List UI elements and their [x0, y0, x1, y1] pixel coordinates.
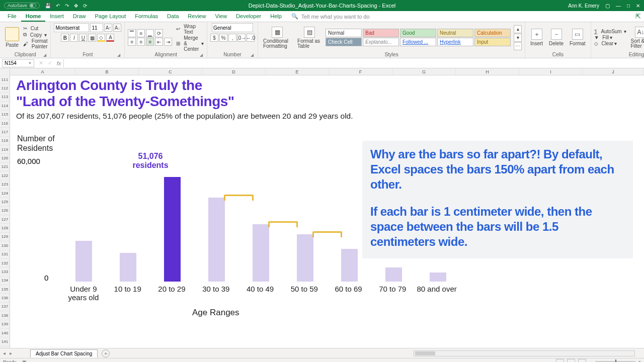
- styles-scroll-down-icon[interactable]: ▾: [514, 34, 522, 42]
- autosum-button[interactable]: ∑ AutoSum ▾: [594, 29, 627, 34]
- cut-button[interactable]: ✂ Cut: [23, 26, 47, 31]
- italic-button[interactable]: I: [70, 34, 78, 42]
- row-header[interactable]: 140: [0, 329, 10, 337]
- cell-style-hyperlink[interactable]: Hyperlink: [437, 38, 473, 46]
- page-layout-view-icon[interactable]: [567, 359, 575, 363]
- format-as-table-button[interactable]: ▤Format as Table: [295, 26, 324, 50]
- insert-cells-button[interactable]: ＋Insert: [528, 28, 545, 47]
- align-middle-icon[interactable]: ≡: [137, 29, 145, 37]
- orientation-icon[interactable]: ⟳: [155, 29, 163, 37]
- tab-help[interactable]: Help: [266, 12, 286, 22]
- refresh-icon[interactable]: ⟳: [83, 3, 87, 9]
- fill-color-button[interactable]: ◇: [97, 34, 105, 42]
- row-header[interactable]: 126: [0, 207, 10, 215]
- bar-0[interactable]: [75, 241, 92, 282]
- maximize-icon[interactable]: □: [627, 3, 630, 9]
- sort-filter-button[interactable]: A↓Sort & Filter: [628, 26, 644, 50]
- row-header[interactable]: 112: [0, 84, 10, 93]
- cell-style-normal[interactable]: Normal: [326, 29, 362, 37]
- decrease-font-icon[interactable]: A↓: [113, 24, 121, 32]
- tell-me-search[interactable]: 🔍 Tell me what you want to do: [291, 13, 370, 20]
- clear-button[interactable]: ◇ Clear▾: [594, 41, 627, 46]
- cell-style-bad[interactable]: Bad: [363, 29, 399, 37]
- close-icon[interactable]: ✕: [636, 3, 640, 9]
- tab-review[interactable]: Review: [183, 12, 210, 22]
- horizontal-scrollbar[interactable]: [414, 350, 635, 356]
- sheet-tab-active[interactable]: Adjust Bar Chart Spacing: [30, 349, 98, 357]
- zoom-out-icon[interactable]: −: [589, 359, 592, 363]
- bold-button[interactable]: B: [61, 34, 69, 42]
- tab-data[interactable]: Data: [163, 12, 183, 22]
- paste-button[interactable]: Paste: [3, 26, 21, 49]
- row-header[interactable]: 133: [0, 267, 10, 276]
- cell-style-explanato-[interactable]: Explanato...: [363, 38, 399, 46]
- user-name[interactable]: Ann K. Emery: [568, 3, 599, 9]
- font-size-combo[interactable]: [90, 23, 103, 32]
- tab-home[interactable]: Home: [21, 12, 46, 22]
- normal-view-icon[interactable]: [556, 359, 564, 363]
- save-icon[interactable]: 💾: [45, 3, 51, 9]
- row-header[interactable]: 138: [0, 311, 10, 320]
- row-header[interactable]: 129: [0, 233, 10, 241]
- underline-button[interactable]: U: [79, 34, 87, 42]
- page-break-view-icon[interactable]: [578, 359, 586, 363]
- border-button[interactable]: ▦: [88, 34, 96, 42]
- cell-grid[interactable]: Arlington County is Truly the "Land of t…: [10, 75, 644, 348]
- delete-cells-button[interactable]: －Delete: [547, 28, 566, 47]
- touch-mode-icon[interactable]: ✥: [74, 3, 78, 9]
- column-header[interactable]: J: [583, 68, 644, 75]
- ribbon-display-icon[interactable]: ▢: [605, 3, 610, 9]
- bar-3[interactable]: [208, 198, 225, 282]
- cell-style-calculation[interactable]: Calculation: [474, 29, 511, 37]
- row-header[interactable]: 132: [0, 259, 10, 267]
- format-cells-button[interactable]: ▭Format: [568, 28, 588, 47]
- bar-2[interactable]: [164, 177, 181, 282]
- row-headers[interactable]: 1111121131141151161171181191201211221231…: [0, 68, 10, 348]
- column-header[interactable]: G: [392, 68, 456, 75]
- row-header[interactable]: 124: [0, 189, 10, 198]
- autosave-toggle[interactable]: AutoSave: [4, 3, 40, 9]
- cell-style-followed-[interactable]: Followed ...: [400, 38, 436, 46]
- dialog-launcher-icon[interactable]: ◢: [251, 53, 254, 57]
- percent-format-icon[interactable]: %: [219, 34, 227, 42]
- row-header[interactable]: 113: [0, 93, 10, 102]
- dialog-launcher-icon[interactable]: ◢: [200, 53, 203, 57]
- column-header[interactable]: B: [75, 68, 139, 75]
- column-header[interactable]: D: [202, 68, 266, 75]
- tab-insert[interactable]: Insert: [45, 12, 68, 22]
- increase-font-icon[interactable]: A↑: [104, 24, 112, 32]
- increase-indent-icon[interactable]: ⇥: [164, 38, 172, 46]
- column-header[interactable]: F: [329, 68, 392, 75]
- increase-decimal-icon[interactable]: .0→: [237, 34, 246, 42]
- column-header[interactable]: H: [456, 68, 519, 75]
- row-header[interactable]: 116: [0, 119, 10, 128]
- row-header[interactable]: 141: [0, 337, 10, 346]
- row-header[interactable]: 117: [0, 128, 10, 136]
- styles-more-icon[interactable]: ⋯: [514, 42, 522, 50]
- merge-center-button[interactable]: ⊞ Merge & Center ▾: [176, 35, 204, 52]
- row-header[interactable]: 114: [0, 102, 10, 110]
- dialog-launcher-icon[interactable]: ◢: [43, 53, 46, 57]
- tab-formulas[interactable]: Formulas: [130, 12, 163, 22]
- cell-style-good[interactable]: Good: [400, 29, 436, 37]
- dialog-launcher-icon[interactable]: ◢: [117, 53, 120, 57]
- accounting-format-icon[interactable]: $: [210, 34, 218, 42]
- share-button[interactable]: ⇱: [635, 13, 641, 20]
- annotation-textbox[interactable]: Why are the bars so far apart?! By defau…: [362, 141, 633, 258]
- column-headers[interactable]: ABCDEFGHIJ: [10, 68, 644, 75]
- row-header[interactable]: 119: [0, 145, 10, 154]
- align-left-icon[interactable]: ≡: [128, 38, 136, 46]
- row-header[interactable]: 115: [0, 111, 10, 119]
- row-header[interactable]: 127: [0, 215, 10, 224]
- fill-button[interactable]: ▼ Fill▾: [594, 35, 627, 40]
- bar-6[interactable]: [341, 249, 358, 282]
- row-header[interactable]: 125: [0, 198, 10, 206]
- tab-nav-first-icon[interactable]: ◂: [3, 350, 6, 356]
- tab-nav-last-icon[interactable]: ▸: [10, 350, 12, 356]
- row-header[interactable]: 134: [0, 277, 10, 285]
- tab-developer[interactable]: Developer: [231, 12, 266, 22]
- redo-icon[interactable]: ↷: [65, 3, 69, 9]
- decrease-indent-icon[interactable]: ⇤: [155, 38, 163, 46]
- minimize-icon[interactable]: —: [616, 3, 621, 9]
- tab-view[interactable]: View: [210, 12, 231, 22]
